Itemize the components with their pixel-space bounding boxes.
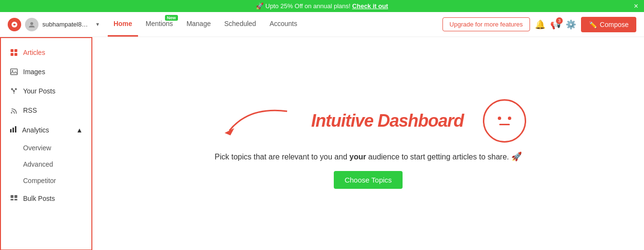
svg-point-1 [30,22,33,25]
logo-area: subhampatel815... ▼ [8,18,100,31]
svg-point-7 [12,70,13,72]
megaphone-badge: 3 [556,17,563,24]
svg-rect-14 [15,126,16,132]
sidebar-item-analytics[interactable]: Analytics ▲ [1,120,91,140]
nav-links: Home Mentions New Manage Scheduled Accou… [108,12,442,37]
rss-icon [10,106,18,115]
sidebar-rss-label: RSS [23,106,37,114]
avatar [25,18,38,31]
svg-rect-2 [11,49,13,52]
hero-description: Pick topics that are relevant to you and… [215,150,521,163]
svg-rect-6 [11,69,17,75]
rocket-emoji: 🚀 [511,152,522,161]
banner-close-button[interactable]: × [634,2,638,11]
analytics-chevron-icon: ▲ [76,126,83,134]
upgrade-button[interactable]: Upgrade for more features [442,17,530,31]
dashboard-hero: Intuitive Dashboard Pick topics that are… [200,99,537,189]
sidebar-images-label: Images [23,68,45,76]
sidebar-your-posts-label: Your Posts [23,87,55,95]
face-eyes [498,117,511,120]
sidebar-item-your-posts[interactable]: Your Posts [1,81,91,101]
main-layout: Articles Images Your Posts RSS [0,37,644,250]
navbar: subhampatel815... ▼ Home Mentions New Ma… [0,12,644,37]
nav-scheduled[interactable]: Scheduled [218,12,262,37]
svg-point-9 [13,90,15,92]
sidebar-analytics-label: Analytics [22,126,49,134]
image-icon [10,67,18,76]
face-eye-right [508,117,511,120]
svg-rect-5 [14,53,17,56]
svg-rect-17 [11,199,13,200]
sidebar-item-images[interactable]: Images [1,62,91,81]
bar-chart-icon [10,125,17,134]
compose-icon: ✏️ [589,21,597,28]
arrow-decoration [210,102,297,140]
megaphone-button[interactable]: 📢 3 [550,19,561,30]
svg-rect-16 [14,195,17,198]
svg-rect-3 [14,49,17,52]
face-inner [498,117,511,125]
navbar-right: Upgrade for more features 🔔 📢 3 ⚙️ ✏️ Co… [442,17,636,32]
svg-rect-4 [11,53,13,56]
choose-topics-button[interactable]: Choose Topics [334,171,402,189]
nav-manage[interactable]: Manage [181,12,217,37]
banner-link[interactable]: Check it out [352,2,388,10]
svg-rect-15 [11,195,13,198]
analytics-submenu: Overview Advanced Competitor [1,140,91,189]
grid-icon [10,48,18,57]
face-icon [483,99,526,143]
notifications-button[interactable]: 🔔 [535,19,545,30]
app-logo-icon [8,18,21,31]
svg-rect-18 [14,199,17,200]
nav-accounts[interactable]: Accounts [264,12,303,37]
svg-marker-19 [225,128,234,135]
top-banner: 🚀 Upto 25% Off on annual plans! Check it… [0,0,644,12]
hero-top: Intuitive Dashboard [200,99,537,143]
posts-icon [10,87,18,95]
svg-point-10 [15,88,17,90]
user-dropdown-icon[interactable]: ▼ [95,22,100,27]
user-name: subhampatel815... [42,21,90,28]
main-content: Intuitive Dashboard Pick topics that are… [92,37,644,250]
sidebar-item-overview[interactable]: Overview [23,140,91,156]
sidebar-item-competitor[interactable]: Competitor [23,172,91,189]
sidebar-item-rss[interactable]: RSS [1,101,91,120]
sidebar-item-articles[interactable]: Articles [1,43,91,62]
nav-home[interactable]: Home [108,12,138,37]
sidebar-bulk-posts-label: Bulk Posts [23,195,55,202]
nav-mentions[interactable]: Mentions New [140,12,179,37]
banner-text: 🚀 Upto 25% Off on annual plans! [256,2,350,10]
svg-rect-13 [13,128,14,132]
bulk-icon [10,194,18,203]
compose-button[interactable]: ✏️ Compose [581,17,636,32]
face-mouth [499,124,510,125]
svg-point-8 [11,88,13,90]
analytics-left: Analytics [10,125,49,134]
mentions-new-badge: New [165,15,178,21]
svg-point-11 [11,112,13,114]
sidebar-item-bulk-posts[interactable]: Bulk Posts [1,189,91,208]
settings-button[interactable]: ⚙️ [566,19,576,30]
hero-title: Intuitive Dashboard [311,111,464,131]
sidebar: Articles Images Your Posts RSS [0,37,92,250]
face-eye-left [498,117,501,120]
sidebar-articles-label: Articles [23,49,45,56]
svg-rect-12 [10,129,12,132]
sidebar-item-advanced[interactable]: Advanced [23,156,91,172]
